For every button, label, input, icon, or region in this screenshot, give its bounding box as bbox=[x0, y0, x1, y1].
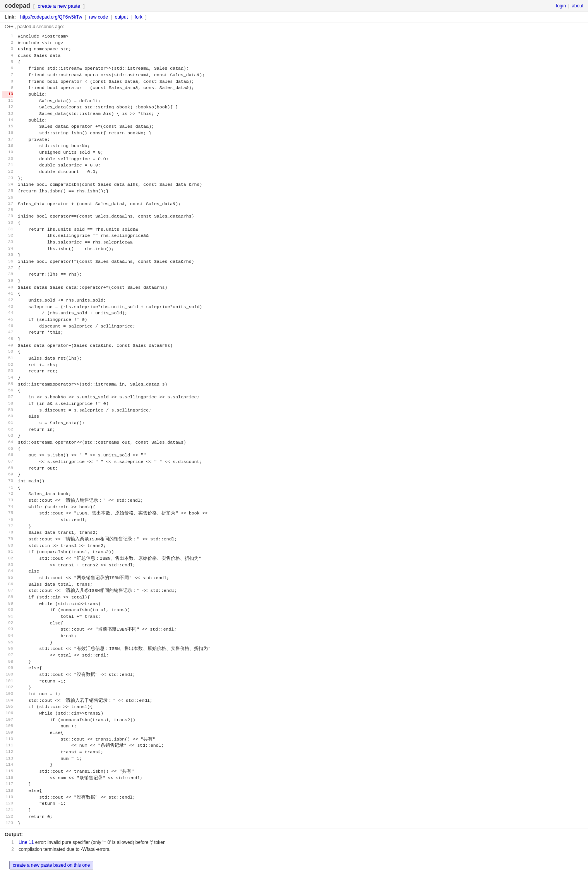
code-line: 74 while (std::cin >> book){ bbox=[0, 504, 588, 511]
line-number: 94 bbox=[2, 633, 13, 640]
line-number: 110 bbox=[2, 736, 13, 743]
code-line: 77 } bbox=[0, 523, 588, 530]
code-line: 8 friend bool operator < (const Sales_da… bbox=[0, 79, 588, 85]
line-number: 24 bbox=[2, 182, 13, 188]
line-number: 122 bbox=[2, 814, 13, 820]
line-number: 118 bbox=[2, 788, 13, 794]
line-text: } bbox=[18, 523, 31, 530]
about-link[interactable]: about bbox=[572, 3, 583, 9]
code-line: 75 std::cout << "ISBN、售出本数、原始价格、实售价格、折扣为… bbox=[0, 510, 588, 517]
logo: codepad bbox=[5, 2, 30, 9]
line-number: 54 bbox=[2, 375, 13, 381]
line-text: } bbox=[18, 252, 21, 259]
line-text: << s.sellingprice << " " << s.saleprice … bbox=[18, 459, 202, 465]
code-line: 29inline bool operator==(const Sales_dat… bbox=[0, 213, 588, 220]
code-line: 31 return lhs.units_sold == rhs.units_so… bbox=[0, 226, 588, 233]
line-number: 90 bbox=[2, 607, 13, 614]
code-line: 79 std::cout << "请输入两条ISBN相同的销售记录：" << s… bbox=[0, 536, 588, 543]
code-line: 99 else{ bbox=[0, 665, 588, 672]
line-number: 105 bbox=[2, 704, 13, 710]
line-text: double saleprice = 0.0; bbox=[18, 162, 101, 169]
code-line: 55std::istream&operator>>(std::istream& … bbox=[0, 381, 588, 388]
line-number: 86 bbox=[2, 581, 13, 588]
line-number: 114 bbox=[2, 762, 13, 768]
line-text: { bbox=[18, 485, 21, 491]
line-text: } bbox=[18, 684, 31, 691]
line-number: 73 bbox=[2, 497, 13, 504]
code-container: 1#include <iostream>2#include <string>3u… bbox=[0, 32, 588, 828]
code-line: 81 if (comparaIsbn(trans1, trans2)) bbox=[0, 549, 588, 556]
link-label: Link: bbox=[5, 14, 16, 20]
code-line: 92 else{ bbox=[0, 620, 588, 627]
raw-code-link[interactable]: raw code bbox=[89, 14, 108, 20]
line-number: 87 bbox=[2, 588, 13, 594]
line-number: 27 bbox=[2, 201, 13, 207]
line-text: std::cout << "请输入几条ISBN相同的销售记录：" << std:… bbox=[18, 588, 177, 594]
code-line: 110 std::cout << trans1.isbn() << "共有" bbox=[0, 736, 588, 743]
line-number: 107 bbox=[2, 717, 13, 724]
code-line: 101 return -1; bbox=[0, 678, 588, 685]
line-number: 82 bbox=[2, 556, 13, 562]
line-number: 56 bbox=[2, 387, 13, 394]
line-number: 53 bbox=[2, 368, 13, 375]
code-line: 2#include <string> bbox=[0, 40, 588, 46]
output-line-text: Line 11 error: invalid pure specifier (o… bbox=[19, 839, 166, 846]
line-number: 96 bbox=[2, 646, 13, 652]
line-text: units_sold += rhs.units_sold; bbox=[18, 297, 106, 304]
line-text: std::cin >> trans1 >> trans2; bbox=[18, 543, 106, 549]
line-number: 20 bbox=[2, 156, 13, 163]
new-paste-btn[interactable]: create a new paste based on this one bbox=[9, 861, 93, 869]
line-number: 89 bbox=[2, 601, 13, 607]
line-number: 64 bbox=[2, 439, 13, 446]
line-number: 51 bbox=[2, 355, 13, 362]
login-link[interactable]: login bbox=[556, 3, 566, 9]
line-number: 102 bbox=[2, 684, 13, 691]
line-number: 34 bbox=[2, 246, 13, 252]
output-label: Output: bbox=[5, 832, 583, 837]
linkbar-sep4: ] bbox=[145, 14, 146, 20]
line-number: 13 bbox=[2, 111, 13, 117]
line-text: << trans1 + trans2 << std::endl; bbox=[18, 562, 135, 569]
line-text: Sales_data(std::istream &is) { is >> *th… bbox=[18, 111, 159, 117]
fork-link[interactable]: fork bbox=[135, 14, 142, 20]
line-text: std::endl; bbox=[18, 517, 87, 523]
code-line: 84 else bbox=[0, 568, 588, 575]
line-text: num++; bbox=[18, 723, 77, 730]
line-text: lhs.isbn() == rhs.isbn(); bbox=[18, 246, 114, 252]
line-number: 65 bbox=[2, 446, 13, 453]
output-line-number: 1 bbox=[5, 839, 14, 846]
line-text: std::cout << trans1.isbn() << "共有" bbox=[18, 768, 134, 775]
code-line: 51 Sales_data ret(lhs); bbox=[0, 355, 588, 362]
line-text: if (in && s.sellingprice != 0) bbox=[18, 401, 109, 407]
line-number: 19 bbox=[2, 149, 13, 156]
code-line: 15 Sales_data& operator +=(const Sales_d… bbox=[0, 123, 588, 130]
line-number: 68 bbox=[2, 465, 13, 472]
output-line-number: 2 bbox=[5, 846, 14, 853]
line-text: trans1 = trans2; bbox=[18, 749, 103, 756]
output-link[interactable]: output bbox=[115, 14, 128, 20]
code-line: 41{ bbox=[0, 291, 588, 297]
line-text: Sales_data book; bbox=[18, 491, 71, 497]
code-line: 36inline bool operator!=(const Sales_dat… bbox=[0, 259, 588, 265]
line-number: 52 bbox=[2, 362, 13, 369]
line-text: else{ bbox=[18, 665, 42, 672]
code-line: 50{ bbox=[0, 349, 588, 355]
line-number: 106 bbox=[2, 710, 13, 717]
line-text: return *this; bbox=[18, 329, 63, 336]
output-lines: 1Line 11 error: invalid pure specifier (… bbox=[5, 839, 583, 853]
line-text: if (comparaIsbn(trans1, trans2)) bbox=[18, 717, 135, 724]
code-line: 69} bbox=[0, 472, 588, 478]
line-text: Sales_data() = default; bbox=[18, 98, 101, 105]
line-text: int main() bbox=[18, 478, 45, 485]
line-number: 76 bbox=[2, 517, 13, 523]
code-line: 54} bbox=[0, 375, 588, 381]
line-text: std::ostream& operator<<(std::ostream& o… bbox=[18, 439, 186, 446]
line-number: 69 bbox=[2, 472, 13, 478]
code-line: 62 return in; bbox=[0, 427, 588, 433]
paste-url[interactable]: http://codepad.org/QF6w5kTw bbox=[20, 14, 82, 20]
output-error-link[interactable]: Line 11 bbox=[19, 840, 34, 845]
line-number: 55 bbox=[2, 381, 13, 388]
line-text: { bbox=[18, 59, 21, 66]
line-number: 21 bbox=[2, 162, 13, 169]
create-new-paste-link[interactable]: create a new paste bbox=[38, 3, 80, 9]
